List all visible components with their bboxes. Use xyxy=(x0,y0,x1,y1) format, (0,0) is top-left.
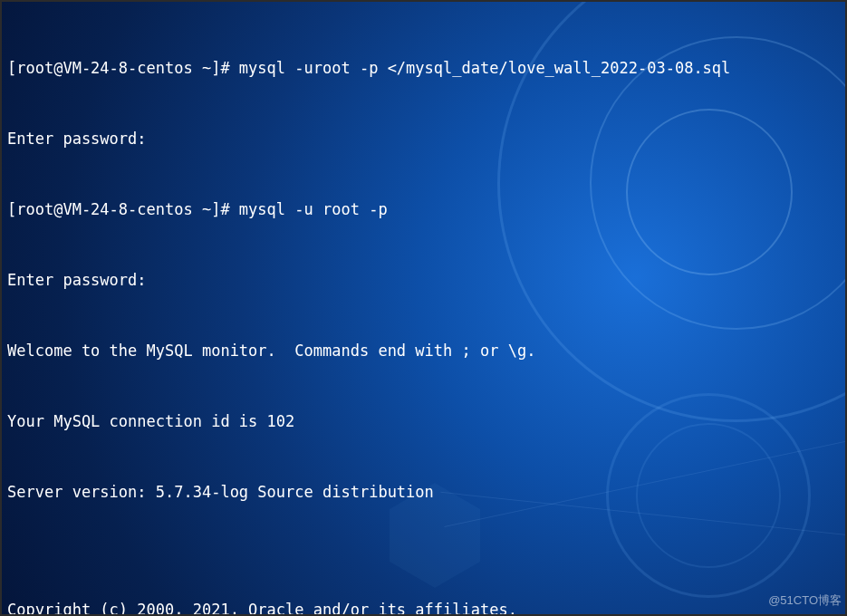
terminal-line: Enter password: xyxy=(7,268,840,292)
terminal-line: Your MySQL connection id is 102 xyxy=(7,409,840,433)
terminal-line: Server version: 5.7.34-log Source distri… xyxy=(7,480,840,504)
terminal-line: Enter password: xyxy=(7,127,840,150)
terminal-line: Welcome to the MySQL monitor. Commands e… xyxy=(7,339,840,362)
terminal-output[interactable]: [root@VM-24-8-centos ~]# mysql -uroot -p… xyxy=(0,0,847,616)
terminal-line: Copyright (c) 2000, 2021, Oracle and/or … xyxy=(7,598,840,616)
terminal-line: [root@VM-24-8-centos ~]# mysql -u root -… xyxy=(7,197,840,221)
terminal-line: [root@VM-24-8-centos ~]# mysql -uroot -p… xyxy=(7,56,840,80)
watermark-label: @51CTO博客 xyxy=(768,589,842,612)
